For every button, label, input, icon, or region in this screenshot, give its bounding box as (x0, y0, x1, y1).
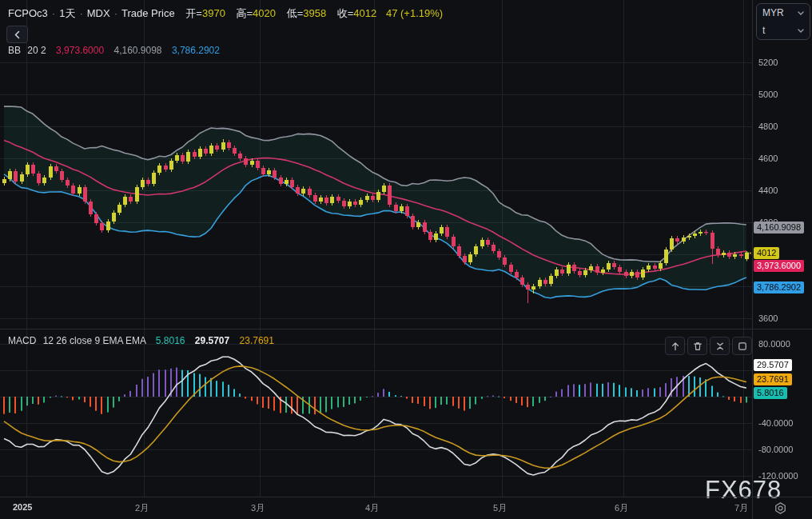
axis-price-label: 4012 (754, 247, 779, 259)
macd-line-value: 29.5707 (195, 335, 229, 346)
open-label: 开= (185, 7, 202, 19)
axis-tick: 3600 (758, 313, 778, 324)
low-label: 低= (287, 7, 304, 19)
collapse-pane-button[interactable] (710, 337, 730, 355)
currency-unit-selector: MYR t (756, 3, 810, 40)
separator: · (79, 7, 82, 19)
axis-tick: -40.0000 (758, 417, 793, 429)
move-pane-up-button[interactable] (665, 337, 685, 355)
bb-basis-value: 3,973.6000 (56, 45, 104, 56)
axis-tick: 5200 (758, 57, 778, 68)
delete-pane-button[interactable] (687, 337, 707, 355)
macd-hist-value: 5.8016 (156, 335, 185, 346)
symbol-header: FCPOc3·1天·MDX·Trade Price 开=3970 高=4020 … (8, 6, 443, 21)
bb-params: 20 2 (27, 45, 46, 56)
high-label: 高= (236, 7, 253, 19)
axis-price-label: 3,973.6000 (754, 260, 804, 272)
time-axis[interactable]: 20252月3月4月5月6月7月 (0, 497, 812, 519)
open-value: 3970 (202, 7, 225, 19)
low-value: 3958 (303, 7, 326, 19)
time-axis-label: 2月 (135, 502, 149, 514)
pane-toolbar (665, 337, 752, 355)
collapse-icon (714, 341, 726, 352)
axis-price-label: 4,160.9098 (754, 222, 804, 234)
interval[interactable]: 1天 (59, 7, 75, 19)
arrow-up-icon (670, 341, 681, 352)
macd-chart-canvas[interactable] (0, 329, 752, 497)
macd-title: MACD (8, 335, 36, 346)
axis-price-label: 5.8016 (754, 387, 787, 399)
currency-dropdown[interactable]: MYR (757, 4, 810, 22)
axis-price-label: 3,786.2902 (754, 281, 804, 293)
maximize-icon (737, 341, 748, 352)
pane-divider[interactable] (0, 329, 812, 329)
back-button[interactable] (6, 26, 28, 43)
bb-upper-value: 4,160.9098 (113, 45, 161, 56)
axis-tick: -120.0000 (758, 470, 798, 481)
macd-signal-value: 23.7691 (240, 335, 274, 346)
axis-price-label: 23.7691 (754, 373, 792, 385)
bb-indicator-row[interactable]: BB 20 2 3,973.6000 4,160.9098 3,786.2902 (8, 45, 220, 56)
chevron-left-icon (14, 30, 21, 39)
chevron-down-icon (798, 11, 804, 15)
unit-dropdown[interactable]: t (757, 22, 810, 39)
close-label: 收= (337, 7, 354, 19)
time-axis-label: 6月 (615, 502, 628, 514)
settings-icon[interactable] (774, 501, 787, 518)
exchange: MDX (87, 7, 110, 19)
time-axis-label: 5月 (493, 502, 507, 514)
trash-icon (692, 341, 703, 352)
time-axis-label: 2025 (13, 502, 32, 512)
separator: · (52, 7, 55, 19)
bb-title: BB (8, 45, 21, 56)
time-axis-label: 3月 (251, 502, 265, 514)
trading-chart-app: FX678 FCPOc3·1天·MDX·Trade Price 开=3970 高… (0, 0, 812, 519)
axis-tick: 4600 (758, 153, 778, 164)
axis-price-label: 29.5707 (754, 359, 792, 371)
macd-params: 12 26 close 9 EMA EMA (43, 335, 146, 346)
unit-value: t (762, 25, 765, 36)
high-value: 4020 (253, 7, 276, 19)
currency-value: MYR (762, 7, 784, 18)
price-axis[interactable]: 520050004800460044004200360080.0000-40.0… (752, 0, 812, 497)
axis-tick: 4400 (758, 185, 778, 196)
change-value: 47 (+1.19%) (386, 7, 443, 19)
bb-lower-value: 3,786.2902 (172, 45, 220, 56)
time-axis-label: 4月 (365, 502, 379, 514)
separator: · (114, 7, 117, 19)
maximize-pane-button[interactable] (732, 337, 752, 355)
close-value: 4012 (353, 7, 376, 19)
axis-tick: 5000 (758, 89, 778, 100)
macd-indicator-row[interactable]: MACD 12 26 close 9 EMA EMA 5.8016 29.570… (8, 335, 274, 346)
axis-tick: 4800 (758, 121, 778, 132)
time-axis-label: 7月 (734, 502, 748, 514)
chevron-down-icon (798, 29, 804, 33)
symbol-name[interactable]: FCPOc3 (8, 7, 48, 19)
axis-tick: 80.0000 (758, 338, 790, 349)
axis-tick: -80.0000 (758, 444, 793, 455)
price-type: Trade Price (121, 7, 175, 19)
